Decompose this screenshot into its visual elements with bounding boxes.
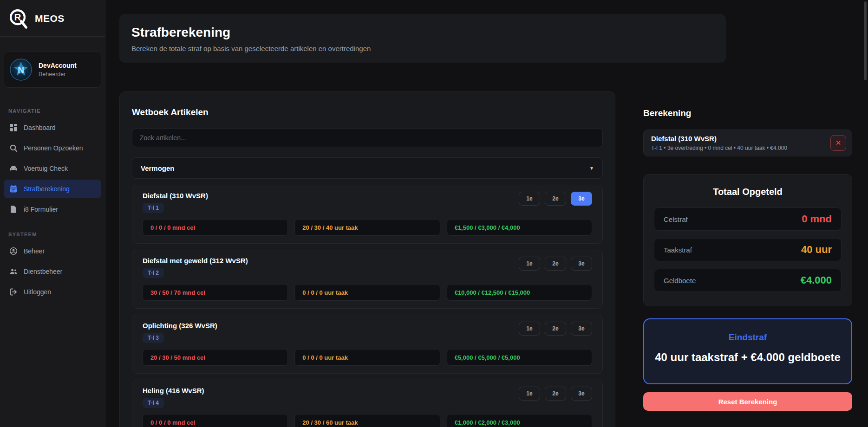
chevron-down-icon: ▼: [589, 166, 594, 171]
articles-panel: Wetboek Artikelen Vermogen ▼ Diefstal (3…: [119, 91, 615, 427]
taak-value-box: 0 / 0 / 0 uur taak: [294, 284, 440, 301]
reset-calculation-button[interactable]: Reset Berekening: [643, 392, 852, 411]
user-info: DevAccount Beheerder: [39, 62, 77, 78]
n-emblem-avatar: N: [10, 58, 32, 81]
totals-card: Totaal Opgeteld Celstraf 0 mnd Taakstraf…: [643, 174, 852, 306]
article-tier-badge: T-I 4: [143, 398, 164, 408]
sidebar-item-i8-formulier[interactable]: i8 Formulier: [4, 200, 101, 219]
totals-title: Totaal Opgeteld: [654, 187, 842, 197]
content-columns: Wetboek Artikelen Vermogen ▼ Diefstal (3…: [119, 91, 868, 427]
article-card: Diefstal met geweld (312 WvSR) T-I 2 1e …: [132, 250, 603, 309]
sidebar-item-voertuig-check[interactable]: Voertuig Check: [4, 159, 101, 178]
total-value: 40 uur: [801, 244, 832, 256]
article-top-row: Heling (416 WvSR) T-I 4 1e 2e 3e: [143, 387, 592, 408]
page-subtitle: Bereken de totale straf op basis van ges…: [131, 45, 714, 52]
page-scrollbar-thumb[interactable]: [864, 1, 867, 80]
article-title: Diefstal (310 WvSR): [143, 192, 208, 200]
article-title: Diefstal met geweld (312 WvSR): [143, 257, 248, 265]
sidebar-item-beheer[interactable]: Beheer: [4, 242, 101, 260]
article-top-row: Oplichting (326 WvSR) T-I 3 1e 2e 3e: [143, 322, 592, 343]
sidebar-item-label: Voertuig Check: [24, 165, 68, 172]
sidebar-item-dashboard[interactable]: Dashboard: [4, 118, 101, 137]
boete-value-box: €1,500 / €3,000 / €4,000: [447, 219, 592, 236]
article-values: 20 / 30 / 50 mnd cel 0 / 0 / 0 uur taak …: [143, 349, 592, 366]
boete-value-box: €10,000 / €12,500 / €15,000: [447, 284, 592, 301]
article-tier-badge: T-I 2: [143, 268, 164, 278]
total-label: Taakstraf: [664, 246, 692, 254]
article-values: 0 / 0 / 0 mnd cel 20 / 30 / 60 uur taak …: [143, 414, 592, 427]
offense-button-1e[interactable]: 1e: [519, 257, 540, 271]
article-title: Heling (416 WvSR): [143, 387, 204, 395]
final-sentence-label: Eindstraf: [653, 332, 842, 343]
total-row-taakstraf: Taakstraf 40 uur: [654, 238, 842, 261]
taak-value-box: 20 / 30 / 60 uur taak: [294, 414, 440, 427]
article-tier-badge: T-I 3: [143, 333, 164, 343]
offense-button-3e[interactable]: 3e: [571, 257, 592, 271]
app-root: R MEOS N DevAccount Beheerder: [0, 0, 868, 427]
offense-button-1e[interactable]: 1e: [519, 322, 540, 336]
calculation-panel: Berekening Diefstal (310 WvSR) T-I 1 • 3…: [643, 91, 852, 411]
article-tier-badge: T-I 1: [143, 203, 164, 213]
articles-panel-title: Wetboek Artikelen: [132, 107, 603, 117]
logout-icon: [9, 288, 18, 296]
brand: R MEOS: [0, 0, 105, 36]
offense-button-3e[interactable]: 3e: [571, 387, 592, 401]
selected-article-details: T-I 1 • 3e overtreding • 0 mnd cel • 40 …: [651, 145, 787, 151]
svg-text:N: N: [18, 65, 24, 75]
calendar-icon: [9, 185, 18, 193]
sidebar-divider: [0, 36, 105, 37]
sidebar-item-dienstbeheer[interactable]: Dienstbeheer: [4, 262, 101, 281]
sidebar-item-personen-opzoeken[interactable]: Personen Opzoeken: [4, 139, 101, 157]
sidebar-item-uitloggen[interactable]: Uitloggen: [4, 283, 101, 301]
offense-button-2e[interactable]: 2e: [545, 387, 566, 401]
article-card: Diefstal (310 WvSR) T-I 1 1e 2e 3e 0 / 0…: [132, 185, 603, 244]
final-sentence-card: Eindstraf 40 uur taakstraf + €4.000 geld…: [643, 318, 852, 384]
offense-button-2e[interactable]: 2e: [545, 322, 566, 336]
nav-section-label: SYSTEEM: [8, 232, 97, 237]
sidebar-item-label: Dashboard: [24, 124, 56, 131]
article-values: 0 / 0 / 0 mnd cel 20 / 30 / 40 uur taak …: [143, 219, 592, 236]
total-label: Celstraf: [664, 215, 688, 223]
search-icon: [9, 144, 18, 152]
offense-button-3e[interactable]: 3e: [571, 322, 592, 336]
sidebar-item-label: Personen Opzoeken: [24, 144, 83, 152]
sidebar-item-label: Strafberekening: [24, 185, 70, 193]
boete-value-box: €5,000 / €5,000 / €5,000: [447, 349, 592, 366]
offense-buttons: 1e 2e 3e: [519, 192, 592, 206]
taak-value-box: 0 / 0 / 0 uur taak: [294, 349, 440, 366]
article-title: Oplichting (326 WvSR): [143, 322, 217, 330]
sidebar-item-strafberekening[interactable]: Strafberekening: [4, 180, 101, 198]
offense-buttons: 1e 2e 3e: [519, 257, 592, 271]
article-top-row: Diefstal met geweld (312 WvSR) T-I 2 1e …: [143, 257, 592, 278]
selected-article-card: Diefstal (310 WvSR) T-I 1 • 3e overtredi…: [643, 129, 852, 156]
total-row-celstraf: Celstraf 0 mnd: [654, 207, 842, 231]
category-dropdown-vermogen[interactable]: Vermogen ▼: [132, 157, 603, 179]
nav-section-label: NAVIGATIE: [8, 108, 97, 114]
sidebar: R MEOS N DevAccount Beheerder: [0, 0, 105, 427]
cel-value-box: 30 / 50 / 70 mnd cel: [143, 284, 288, 301]
main-content: Strafberekening Bereken de totale straf …: [105, 0, 868, 427]
offense-button-1e[interactable]: 1e: [519, 192, 540, 206]
close-x-icon: ✕: [835, 139, 842, 147]
final-sentence-text: 40 uur taakstraf + €4.000 geldboete: [653, 350, 842, 365]
user-name: DevAccount: [39, 62, 77, 70]
article-card: Heling (416 WvSR) T-I 4 1e 2e 3e 0 / 0 /…: [132, 380, 603, 427]
total-value: €4.000: [801, 274, 832, 286]
cel-value-box: 20 / 30 / 50 mnd cel: [143, 349, 288, 366]
users-icon: [9, 267, 18, 276]
document-icon: [9, 205, 18, 214]
sidebar-item-label: i8 Formulier: [24, 206, 58, 213]
offense-button-2e[interactable]: 2e: [545, 257, 566, 271]
user-circle-icon: [9, 247, 18, 255]
total-row-geldboete: Geldboete €4.000: [654, 269, 842, 292]
brand-name: MEOS: [35, 13, 65, 24]
cel-value-box: 0 / 0 / 0 mnd cel: [143, 219, 288, 236]
offense-button-2e[interactable]: 2e: [545, 192, 566, 206]
remove-article-button[interactable]: ✕: [830, 135, 846, 151]
user-role: Beheerder: [39, 71, 77, 78]
search-input[interactable]: [132, 129, 603, 147]
offense-button-1e[interactable]: 1e: [519, 387, 540, 401]
offense-button-3e[interactable]: 3e: [571, 192, 592, 206]
cel-value-box: 0 / 0 / 0 mnd cel: [143, 414, 288, 427]
r-circle-logo-icon: R: [7, 8, 29, 29]
